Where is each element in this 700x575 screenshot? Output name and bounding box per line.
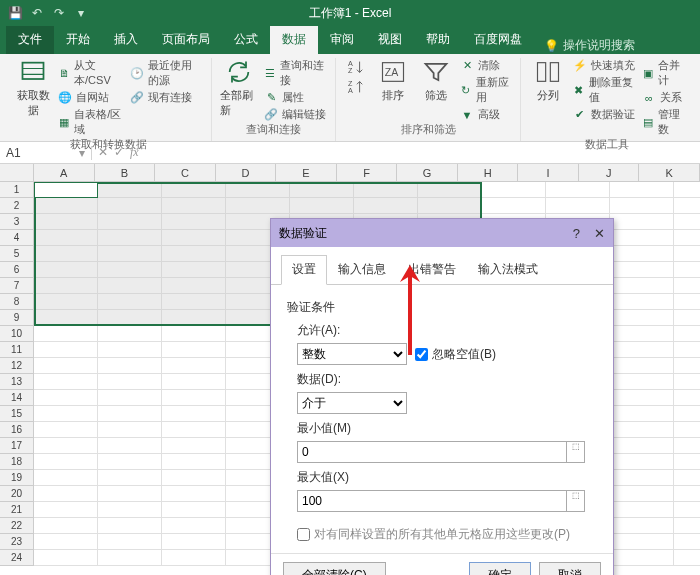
row-header-22[interactable]: 22	[0, 518, 34, 534]
cell[interactable]	[610, 182, 674, 198]
tab-home[interactable]: 开始	[54, 25, 102, 54]
flash-fill[interactable]: ⚡快速填充	[573, 58, 636, 73]
cell[interactable]	[98, 326, 162, 342]
properties[interactable]: ✎属性	[264, 90, 327, 105]
get-data-button[interactable]: 获取数 据	[14, 58, 52, 118]
min-range-picker[interactable]: ⬚	[567, 441, 585, 463]
ignore-blank-checkbox[interactable]: 忽略空值(B)	[415, 346, 496, 363]
data-select[interactable]: 介于	[297, 392, 407, 414]
edit-links[interactable]: 🔗编辑链接	[264, 107, 327, 122]
relationships[interactable]: ∞关系	[642, 90, 686, 105]
row-header-4[interactable]: 4	[0, 230, 34, 246]
apply-all-input[interactable]	[297, 528, 310, 541]
cell[interactable]	[674, 278, 700, 294]
cell[interactable]	[610, 550, 674, 566]
col-header-E[interactable]: E	[276, 164, 337, 182]
row-header-2[interactable]: 2	[0, 198, 34, 214]
max-range-picker[interactable]: ⬚	[567, 490, 585, 512]
cell[interactable]	[34, 518, 98, 534]
cell[interactable]	[546, 198, 610, 214]
cell[interactable]	[674, 182, 700, 198]
row-header-14[interactable]: 14	[0, 390, 34, 406]
cell[interactable]	[674, 518, 700, 534]
cell[interactable]	[674, 326, 700, 342]
cell[interactable]	[674, 310, 700, 326]
tab-file[interactable]: 文件	[6, 25, 54, 54]
cell[interactable]	[98, 422, 162, 438]
from-web[interactable]: 🌐自网站	[58, 90, 124, 105]
cell[interactable]	[610, 326, 674, 342]
undo-icon[interactable]: ↶	[28, 4, 46, 22]
cell[interactable]	[34, 374, 98, 390]
row-header-13[interactable]: 13	[0, 374, 34, 390]
manage-data-model[interactable]: ▤管理数	[642, 107, 686, 137]
row-header-7[interactable]: 7	[0, 278, 34, 294]
cell[interactable]	[34, 422, 98, 438]
cell[interactable]	[674, 486, 700, 502]
cell[interactable]	[674, 470, 700, 486]
cell[interactable]	[674, 214, 700, 230]
cell[interactable]	[674, 406, 700, 422]
cell[interactable]	[610, 262, 674, 278]
queries-connections[interactable]: ☰查询和连接	[264, 58, 327, 88]
row-header-21[interactable]: 21	[0, 502, 34, 518]
cell[interactable]	[610, 534, 674, 550]
cell[interactable]	[674, 390, 700, 406]
cell[interactable]	[610, 358, 674, 374]
cell[interactable]	[610, 422, 674, 438]
cell[interactable]	[674, 502, 700, 518]
cell[interactable]	[610, 198, 674, 214]
max-input[interactable]	[297, 490, 567, 512]
row-header-23[interactable]: 23	[0, 534, 34, 550]
cell[interactable]	[674, 550, 700, 566]
cell[interactable]	[34, 406, 98, 422]
cell[interactable]	[162, 486, 226, 502]
column-headers[interactable]: ABCDEFGHIJK	[34, 164, 700, 182]
cell[interactable]	[162, 438, 226, 454]
cell[interactable]	[34, 342, 98, 358]
cell[interactable]	[162, 502, 226, 518]
row-header-6[interactable]: 6	[0, 262, 34, 278]
cell[interactable]	[98, 550, 162, 566]
row-header-19[interactable]: 19	[0, 470, 34, 486]
col-header-G[interactable]: G	[397, 164, 458, 182]
cell[interactable]	[610, 406, 674, 422]
cell[interactable]	[610, 246, 674, 262]
cell[interactable]	[162, 470, 226, 486]
clear-filter[interactable]: ✕清除	[460, 58, 512, 73]
cell[interactable]	[34, 390, 98, 406]
cell[interactable]	[546, 182, 610, 198]
cell[interactable]	[162, 326, 226, 342]
tab-data[interactable]: 数据	[270, 25, 318, 54]
allow-select[interactable]: 整数	[297, 343, 407, 365]
cell[interactable]	[610, 518, 674, 534]
tab-error-alert[interactable]: 出错警告	[397, 255, 467, 284]
cell[interactable]	[482, 182, 546, 198]
cell[interactable]	[674, 422, 700, 438]
clear-all-button[interactable]: 全部清除(C)	[283, 562, 386, 575]
cell[interactable]	[34, 358, 98, 374]
col-header-J[interactable]: J	[579, 164, 640, 182]
cell[interactable]	[610, 230, 674, 246]
tab-view[interactable]: 视图	[366, 25, 414, 54]
row-header-10[interactable]: 10	[0, 326, 34, 342]
text-to-columns-button[interactable]: 分列	[529, 58, 567, 103]
cell[interactable]	[610, 374, 674, 390]
save-icon[interactable]: 💾	[6, 4, 24, 22]
qat-dropdown-icon[interactable]: ▾	[72, 4, 90, 22]
tab-ime-mode[interactable]: 输入法模式	[467, 255, 549, 284]
row-header-8[interactable]: 8	[0, 294, 34, 310]
from-text-csv[interactable]: 🗎从文本/CSV	[58, 58, 124, 88]
cell[interactable]	[674, 230, 700, 246]
row-header-12[interactable]: 12	[0, 358, 34, 374]
cell[interactable]	[98, 454, 162, 470]
recent-sources[interactable]: 🕑最近使用的源	[130, 58, 203, 88]
cell[interactable]	[34, 438, 98, 454]
sort-button[interactable]: ZA 排序	[374, 58, 411, 103]
cell[interactable]	[674, 454, 700, 470]
cell[interactable]	[98, 486, 162, 502]
min-input[interactable]	[297, 441, 567, 463]
col-header-I[interactable]: I	[518, 164, 579, 182]
consolidate[interactable]: ▣合并计	[642, 58, 686, 88]
row-header-1[interactable]: 1	[0, 182, 34, 198]
